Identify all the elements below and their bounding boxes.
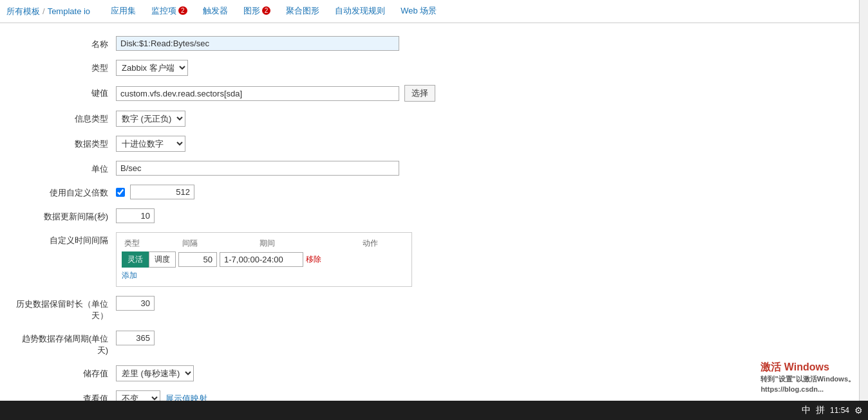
row-update-interval: 数据更新间隔(秒) [13,208,489,223]
main-form: 名称 类型 Zabbix 客户端Zabbix 主动端简单检查SNMP v1SNM… [0,23,502,420]
tab-trigger[interactable]: 触发器 [195,0,236,23]
tab-appset[interactable]: 应用集 [103,0,144,23]
ci-remove-link[interactable]: 移除 [306,254,321,265]
row-custom-interval: 自定义时间间隔 类型 间隔 期间 动作 灵活 调度 移除 [13,232,489,287]
row-name: 名称 [13,36,489,51]
row-type: 类型 Zabbix 客户端Zabbix 主动端简单检查SNMP v1SNMP v… [13,60,489,76]
row-history: 历史数据保留时长（单位天） [13,296,489,322]
ci-period-input[interactable] [220,252,303,267]
top-navigation: 所有模板 / Template io 应用集 监控项 2 触发器 图形 2 聚合… [0,0,868,23]
data-type-select[interactable]: 十进位数字八进位数字十六进制数字布尔类型 [116,136,185,152]
name-input[interactable] [116,36,399,51]
row-unit: 单位 [13,161,489,176]
row-store-value: 储存值 差里 (每秒速率)差里存储值 [13,365,489,381]
multiplier-checkbox[interactable] [116,188,125,197]
label-unit: 单位 [13,161,116,175]
label-trend: 趋势数据存储周期(单位天) [13,331,116,356]
history-wrap [116,296,489,311]
tab-graph[interactable]: 图形 2 [236,0,279,23]
update-interval-wrap [116,208,489,223]
ci-col-interval-header: 间隔 [182,238,259,249]
custom-interval-block: 类型 间隔 期间 动作 灵活 调度 移除 添加 [116,232,412,287]
windows-watermark: 激活 Windows 转到"设置"以激活Windows。 https://blo… [760,360,855,394]
ci-col-period-header: 期间 [259,238,363,249]
label-history: 历史数据保留时长（单位天） [13,296,116,322]
type-wrap: Zabbix 客户端Zabbix 主动端简单检查SNMP v1SNMP v2c [116,60,489,76]
trend-input[interactable] [116,331,155,345]
data-type-wrap: 十进位数字八进位数字十六进制数字布尔类型 [116,136,489,152]
row-info-type: 信息类型 数字 (无正负)字符日志文本数字 (浮点) [13,111,489,127]
label-name: 名称 [13,36,116,50]
row-key: 键值 选择 [13,85,489,102]
label-key: 键值 [13,85,116,99]
key-input[interactable] [116,86,399,101]
label-multiplier: 使用自定义倍数 [13,185,116,199]
store-value-wrap: 差里 (每秒速率)差里存储值 [116,365,489,381]
store-value-select[interactable]: 差里 (每秒速率)差里存储值 [116,365,194,381]
tab-autodiscover[interactable]: 自动发现规则 [327,0,393,23]
name-wrap [116,36,489,51]
row-data-type: 数据类型 十进位数字八进位数字十六进制数字布尔类型 [13,136,489,152]
label-update-interval: 数据更新间隔(秒) [13,208,116,223]
multiplier-input[interactable] [130,185,194,199]
breadcrumb-all-templates[interactable]: 所有模板 [6,6,40,17]
label-type: 类型 [13,60,116,74]
ci-col-action-header: 动作 [363,238,404,249]
label-store-value: 储存值 [13,365,116,379]
info-type-wrap: 数字 (无正负)字符日志文本数字 (浮点) [116,111,489,127]
label-custom-interval: 自定义时间间隔 [13,232,116,246]
breadcrumb: 所有模板 / Template io [6,6,90,17]
taskbar-time: 11:54 [830,406,849,415]
update-interval-input[interactable] [116,208,155,223]
tab-aggregate[interactable]: 聚合图形 [278,0,327,23]
info-type-select[interactable]: 数字 (无正负)字符日志文本数字 (浮点) [116,111,185,127]
taskbar-settings-icon[interactable]: ⚙ [854,405,863,415]
unit-wrap [116,161,489,176]
ci-flex-button[interactable]: 灵活 [122,251,149,268]
breadcrumb-template-io[interactable]: Template io [48,6,90,16]
custom-interval-wrap: 类型 间隔 期间 动作 灵活 调度 移除 添加 [116,232,489,287]
taskbar-lang-icon[interactable]: 中 [802,405,811,416]
key-select-button[interactable]: 选择 [404,85,435,102]
multiplier-wrap [116,185,489,199]
ci-row-1: 灵活 调度 移除 [122,251,406,268]
tab-monitor-item[interactable]: 监控项 2 [144,0,195,23]
type-select[interactable]: Zabbix 客户端Zabbix 主动端简单检查SNMP v1SNMP v2c [116,60,188,76]
ci-add-link[interactable]: 添加 [122,270,406,281]
tab-bar: 应用集 监控项 2 触发器 图形 2 聚合图形 自动发现规则 Web 场景 [103,0,444,23]
label-info-type: 信息类型 [13,111,116,125]
ci-col-type-header: 类型 [124,238,182,249]
scrollbar[interactable] [859,0,868,420]
unit-input[interactable] [116,161,399,176]
history-input[interactable] [116,296,155,311]
ci-interval-input[interactable] [178,252,217,267]
row-multiplier: 使用自定义倍数 [13,185,489,199]
ci-schedule-button[interactable]: 调度 [149,251,176,268]
tab-web-scene[interactable]: Web 场景 [393,0,444,23]
tab-graph-badge: 2 [262,6,271,15]
taskbar: 中 拼 11:54 ⚙ [0,401,868,420]
breadcrumb-sep: / [42,6,45,16]
label-data-type: 数据类型 [13,136,116,150]
row-trend: 趋势数据存储周期(单位天) [13,331,489,356]
ci-type-buttons: 灵活 调度 [122,251,176,268]
tab-monitor-item-badge: 2 [178,6,187,15]
ci-header: 类型 间隔 期间 动作 [122,238,406,249]
taskbar-input-icon[interactable]: 拼 [816,405,825,416]
trend-wrap [116,331,489,345]
key-wrap: 选择 [116,85,489,102]
